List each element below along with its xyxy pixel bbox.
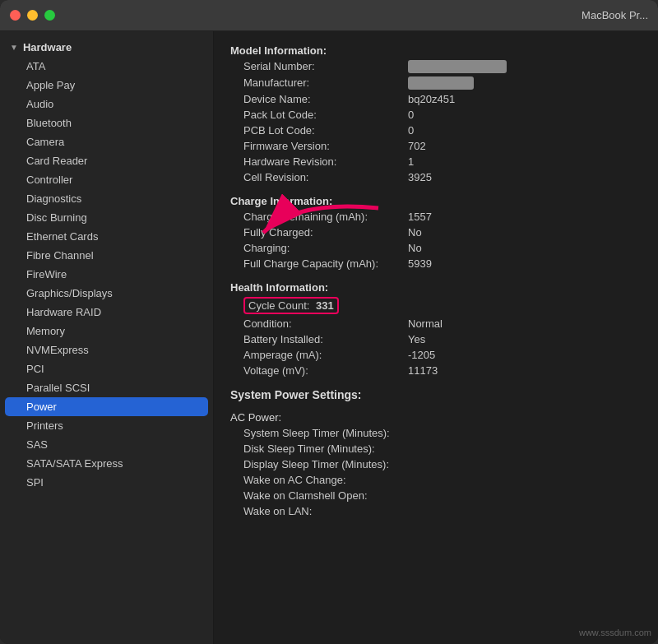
sidebar-item-sas[interactable]: SAS — [0, 435, 213, 454]
sidebar-item-fibre-channel[interactable]: Fibre Channel — [0, 246, 213, 265]
hardware-revision-label: Hardware Revision: — [243, 155, 408, 168]
wake-on-clamshell-row: Wake on Clamshell Open: — [230, 488, 642, 503]
sidebar-item-diagnostics[interactable]: Diagnostics — [0, 189, 213, 208]
sidebar-item-controller[interactable]: Controller — [0, 170, 213, 189]
sidebar-item-sata-express[interactable]: SATA/SATA Express — [0, 454, 213, 473]
system-power-settings-section: System Power Settings: AC Power: System … — [230, 388, 642, 519]
maximize-button[interactable] — [44, 10, 55, 21]
ac-power-header: AC Power: — [230, 411, 642, 424]
sidebar-item-audio[interactable]: Audio — [0, 95, 213, 114]
system-sleep-timer-label: System Sleep Timer (Minutes): — [243, 427, 408, 439]
main-content-area: ▼ Hardware ATA Apple Pay Audio Bluetooth… — [0, 31, 658, 644]
condition-value: Normal — [408, 317, 443, 330]
model-information-header: Model Information: — [230, 44, 642, 57]
triangle-icon: ▼ — [10, 43, 18, 52]
pack-lot-code-label: Pack Lot Code: — [243, 109, 408, 121]
pack-lot-code-value: 0 — [408, 109, 414, 121]
pcb-lot-code-value: 0 — [408, 124, 414, 137]
fully-charged-row: Fully Charged: No — [230, 225, 642, 240]
sidebar-item-disc-burning[interactable]: Disc Burning — [0, 208, 213, 227]
charging-value: No — [408, 242, 422, 254]
sidebar-item-bluetooth[interactable]: Bluetooth — [0, 114, 213, 132]
cell-revision-label: Cell Revision: — [243, 171, 408, 183]
cell-revision-row: Cell Revision: 3925 — [230, 169, 642, 185]
sidebar-item-graphics-displays[interactable]: Graphics/Displays — [0, 284, 213, 303]
hardware-revision-value: 1 — [408, 155, 414, 168]
device-name-row: Device Name: bq20z451 — [230, 91, 642, 107]
display-sleep-timer-row: Display Sleep Timer (Minutes): — [230, 456, 642, 472]
display-sleep-timer-label: Display Sleep Timer (Minutes): — [243, 458, 408, 470]
sidebar-item-apple-pay[interactable]: Apple Pay — [0, 76, 213, 95]
condition-row: Condition: Normal — [230, 316, 642, 331]
pcb-lot-code-row: PCB Lot Code: 0 — [230, 123, 642, 138]
disk-sleep-timer-row: Disk Sleep Timer (Minutes): — [230, 441, 642, 456]
serial-number-value — [408, 60, 507, 73]
disk-sleep-timer-label: Disk Sleep Timer (Minutes): — [243, 442, 408, 455]
battery-installed-label: Battery Installed: — [243, 333, 408, 345]
hardware-revision-row: Hardware Revision: 1 — [230, 154, 642, 169]
charge-remaining-row: Charge Remaining (mAh): 1557 — [230, 209, 642, 225]
full-charge-capacity-row: Full Charge Capacity (mAh): 5939 — [230, 256, 642, 271]
system-power-settings-header: System Power Settings: — [230, 388, 642, 401]
wake-on-lan-label: Wake on LAN: — [243, 505, 408, 517]
sidebar-item-firewire[interactable]: FireWire — [0, 265, 213, 284]
charge-information-header: Charge Information: — [230, 195, 642, 207]
pack-lot-code-row: Pack Lot Code: 0 — [230, 107, 642, 123]
sidebar-item-spi[interactable]: SPI — [0, 473, 213, 492]
wake-on-ac-row: Wake on AC Change: — [230, 472, 642, 488]
charge-remaining-label: Charge Remaining (mAh): — [243, 211, 408, 223]
sidebar-item-memory[interactable]: Memory — [0, 322, 213, 341]
sidebar-item-pci[interactable]: PCI — [0, 359, 213, 378]
device-name-value: bq20z451 — [408, 93, 455, 105]
sidebar-item-power[interactable]: Power — [5, 397, 208, 416]
device-name-label: Device Name: — [243, 93, 408, 105]
full-charge-capacity-value: 5939 — [408, 257, 432, 270]
sidebar-item-ethernet-cards[interactable]: Ethernet Cards — [0, 227, 213, 246]
pcb-lot-code-label: PCB Lot Code: — [243, 124, 408, 137]
titlebar: MacBook Pr... — [0, 0, 658, 31]
full-charge-capacity-label: Full Charge Capacity (mAh): — [243, 257, 408, 270]
close-button[interactable] — [10, 10, 21, 21]
window: MacBook Pr... ▼ Hardware ATA Apple Pay A… — [0, 0, 658, 644]
wake-on-ac-label: Wake on AC Change: — [243, 474, 408, 486]
sidebar-item-nvmexpress[interactable]: NVMExpress — [0, 341, 213, 359]
condition-label: Condition: — [243, 317, 408, 330]
detail-panel: Model Information: Serial Number: Manufa… — [214, 31, 658, 644]
fully-charged-label: Fully Charged: — [243, 226, 408, 239]
firmware-version-label: Firmware Version: — [243, 140, 408, 152]
window-title: MacBook Pr... — [55, 9, 648, 21]
sidebar-section-label: Hardware — [23, 41, 72, 53]
serial-number-row: Serial Number: — [230, 58, 642, 75]
minimize-button[interactable] — [27, 10, 38, 21]
sidebar-item-parallel-scsi[interactable]: Parallel SCSI — [0, 378, 213, 397]
sidebar-item-card-reader[interactable]: Card Reader — [0, 151, 213, 170]
battery-installed-value: Yes — [408, 333, 425, 345]
model-information-section: Model Information: Serial Number: Manufa… — [230, 44, 642, 185]
firmware-version-row: Firmware Version: 702 — [230, 138, 642, 154]
charging-row: Charging: No — [230, 240, 642, 256]
sidebar-item-printers[interactable]: Printers — [0, 416, 213, 435]
voltage-row: Voltage (mV): 11173 — [230, 363, 642, 378]
sidebar-item-ata[interactable]: ATA — [0, 57, 213, 76]
voltage-value: 11173 — [408, 364, 438, 377]
battery-installed-row: Battery Installed: Yes — [230, 331, 642, 347]
system-sleep-timer-row: System Sleep Timer (Minutes): — [230, 425, 642, 441]
sidebar-section-hardware: ▼ Hardware — [0, 38, 213, 57]
cycle-count-label: Cycle Count: 331 — [243, 297, 408, 314]
watermark: www.sssdum.com — [579, 628, 651, 637]
voltage-label: Voltage (mV): — [243, 364, 408, 377]
charge-remaining-value: 1557 — [408, 211, 432, 223]
cycle-count-highlight-box: Cycle Count: 331 — [243, 297, 339, 314]
cycle-count-row: Cycle Count: 331 — [230, 295, 642, 316]
wake-on-lan-row: Wake on LAN: — [230, 503, 642, 519]
cycle-count-value: 331 — [316, 299, 334, 312]
cycle-count-label-text: Cycle Count: — [248, 299, 309, 312]
health-information-section: Health Information: Cycle Count: 331 Con… — [230, 281, 642, 378]
amperage-label: Amperage (mA): — [243, 349, 408, 361]
sidebar-item-hardware-raid[interactable]: Hardware RAID — [0, 303, 213, 322]
amperage-value: -1205 — [408, 349, 435, 361]
charge-information-section: Charge Information: Charge Remaining (mA… — [230, 195, 642, 271]
health-information-header: Health Information: — [230, 281, 642, 294]
sidebar-item-camera[interactable]: Camera — [0, 132, 213, 151]
cell-revision-value: 3925 — [408, 171, 432, 183]
